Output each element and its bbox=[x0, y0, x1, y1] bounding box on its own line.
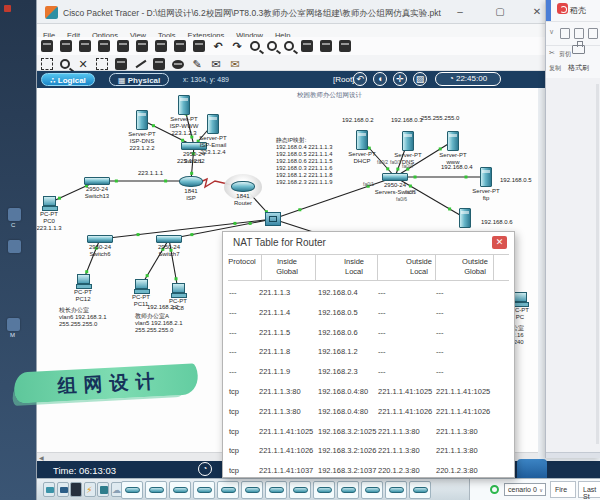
device-pc0[interactable] bbox=[42, 196, 56, 210]
device-model-slot[interactable] bbox=[361, 481, 383, 499]
add-simple-pdu-icon[interactable]: ✉ bbox=[210, 58, 222, 70]
nat-cell: 221.1.1.3:80 bbox=[436, 427, 478, 436]
nat-cell: --- bbox=[378, 288, 386, 297]
wps-scrollbar[interactable] bbox=[596, 84, 599, 444]
device-router-isp[interactable] bbox=[179, 176, 203, 187]
environment-button[interactable]: ◖ bbox=[373, 72, 387, 86]
power-cycle-button[interactable]: ◔ bbox=[198, 462, 212, 476]
resize-shape-icon[interactable] bbox=[96, 58, 108, 70]
device-model-slot[interactable] bbox=[145, 481, 167, 499]
delete-icon[interactable]: ✕ bbox=[77, 58, 89, 70]
select-icon[interactable] bbox=[41, 58, 53, 70]
save-icon[interactable] bbox=[560, 28, 570, 39]
maximize-button[interactable]: ▢ bbox=[492, 4, 508, 20]
nat-table-dialog[interactable]: NAT Table for Router ✕ ProtocolInsideGlo… bbox=[222, 231, 515, 478]
device-model-slot[interactable] bbox=[337, 481, 359, 499]
device-pc11[interactable] bbox=[134, 279, 148, 293]
close-button[interactable]: ✕ bbox=[529, 4, 545, 20]
tab-physical[interactable]: ▦ Physical bbox=[109, 73, 169, 86]
user-profile-icon[interactable] bbox=[136, 40, 148, 52]
chevron-down-icon[interactable]: ∨ bbox=[549, 28, 554, 36]
category-network-devices[interactable] bbox=[43, 482, 55, 497]
device-server-www[interactable] bbox=[447, 131, 459, 151]
nat-cell: tcp bbox=[229, 466, 239, 475]
device-model-slot[interactable] bbox=[121, 481, 143, 499]
category-end-devices[interactable] bbox=[57, 482, 69, 497]
scenario-dropdown[interactable]: cenario 0∨ bbox=[504, 483, 546, 496]
custom-devices-dialog-icon[interactable] bbox=[320, 40, 332, 52]
back-button[interactable]: ↶ bbox=[353, 72, 367, 86]
device-pc12[interactable] bbox=[76, 274, 90, 288]
scissors-icon: ✂ bbox=[549, 49, 555, 57]
root-breadcrumb: [Root] bbox=[333, 75, 354, 84]
algorithm-settings-icon[interactable] bbox=[155, 40, 167, 52]
copy-button[interactable]: 复制 bbox=[549, 64, 561, 73]
device-server-isp-dns[interactable] bbox=[136, 110, 148, 130]
open-file-icon[interactable] bbox=[60, 40, 72, 52]
draw-line-icon[interactable] bbox=[134, 58, 146, 70]
device-pc-right[interactable] bbox=[513, 292, 527, 306]
desktop-shortcut-icon[interactable]: M bbox=[7, 318, 20, 331]
add-complex-pdu-icon[interactable]: ✉ bbox=[229, 58, 241, 70]
device-server-isp-www[interactable] bbox=[178, 95, 190, 115]
device-model-slot[interactable] bbox=[313, 481, 335, 499]
zoom-in-icon[interactable] bbox=[250, 41, 260, 51]
device-server-dns[interactable] bbox=[402, 131, 414, 151]
device-server-dhcp[interactable] bbox=[356, 130, 368, 150]
device-switch13[interactable] bbox=[84, 177, 110, 185]
place-note-icon[interactable] bbox=[115, 58, 127, 70]
undo-icon[interactable]: ↶ bbox=[212, 40, 224, 52]
inspect-icon[interactable] bbox=[60, 59, 70, 69]
zoom-reset-icon[interactable] bbox=[267, 41, 277, 51]
viewport-button[interactable]: ✛ bbox=[393, 72, 407, 86]
device-model-slot[interactable] bbox=[241, 481, 263, 499]
device-model-slot[interactable] bbox=[217, 481, 239, 499]
device-model-slot[interactable] bbox=[265, 481, 287, 499]
device-server-email[interactable] bbox=[459, 208, 471, 228]
device-switch7[interactable] bbox=[156, 235, 182, 243]
tab-docer[interactable]: 稻壳 bbox=[570, 5, 586, 16]
format-painter-button[interactable]: 格式刷 bbox=[568, 63, 589, 73]
canvas-text-label: 223.1.2.1 bbox=[177, 158, 202, 165]
desktop-shortcut-icon[interactable]: C bbox=[8, 208, 21, 221]
device-model-slot[interactable] bbox=[289, 481, 311, 499]
desktop-shortcut-icon[interactable] bbox=[8, 240, 21, 253]
drawing-palette-icon[interactable] bbox=[301, 40, 313, 52]
activity-wizard-icon[interactable] bbox=[117, 40, 129, 52]
device-model-slot[interactable] bbox=[409, 481, 431, 499]
device-core-switch[interactable] bbox=[265, 212, 281, 226]
print-icon[interactable] bbox=[588, 28, 598, 39]
device-switch6[interactable] bbox=[87, 235, 113, 243]
device-model-slot[interactable] bbox=[385, 481, 407, 499]
new-file-icon[interactable] bbox=[41, 40, 53, 52]
device-model-slot[interactable] bbox=[169, 481, 191, 499]
background-button[interactable]: ▨ bbox=[413, 72, 427, 86]
device-servers-switch[interactable] bbox=[382, 173, 408, 181]
draw-freeform-icon[interactable]: ✎ bbox=[191, 58, 203, 70]
paste-icon[interactable] bbox=[193, 40, 205, 52]
category-connections[interactable]: ⚡ bbox=[84, 482, 96, 497]
minimize-button[interactable]: – bbox=[452, 4, 468, 20]
realtime-tab[interactable] bbox=[517, 459, 547, 478]
draw-rectangle-icon[interactable] bbox=[153, 58, 165, 70]
draw-ellipse-icon[interactable] bbox=[172, 60, 184, 69]
dialog-close-button[interactable]: ✕ bbox=[492, 236, 507, 249]
export-icon[interactable] bbox=[574, 28, 584, 39]
category-components[interactable] bbox=[70, 482, 82, 497]
device-server-ftp[interactable] bbox=[480, 167, 492, 187]
device-router1[interactable] bbox=[231, 181, 255, 192]
copy-icon[interactable] bbox=[174, 40, 186, 52]
category-miscellaneous[interactable] bbox=[97, 482, 109, 497]
scroll-left-arrow[interactable]: ◀ bbox=[39, 454, 44, 461]
nat-cell: 192.168.0.6 bbox=[318, 328, 358, 337]
tab-logical[interactable]: ∴ Logical bbox=[41, 73, 95, 86]
zoom-out-icon[interactable] bbox=[284, 41, 294, 51]
nat-cell: 220.1.2.3:80 bbox=[436, 466, 478, 475]
network-information-icon[interactable] bbox=[339, 40, 351, 52]
print-icon[interactable] bbox=[98, 40, 110, 52]
workspace-clock[interactable]: ◔ 22:45:00 bbox=[435, 72, 501, 86]
save-icon[interactable] bbox=[79, 40, 91, 52]
cut-button[interactable]: 剪切 bbox=[559, 50, 571, 59]
redo-icon[interactable]: ↷ bbox=[231, 40, 243, 52]
device-model-slot[interactable] bbox=[193, 481, 215, 499]
